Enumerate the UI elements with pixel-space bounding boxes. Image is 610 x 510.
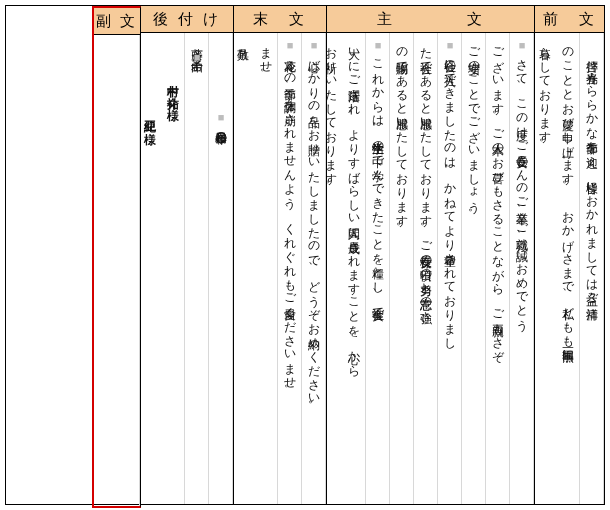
col-shubun-3: ■〇〇会社に入社できましたのは、かねてより希望されておりまし — [438, 33, 462, 504]
header-atozuke: 後 付 け — [141, 6, 233, 33]
col-shubun-1: ございます。ご本人のお喜びもさることながら、ご両親もさぞ — [486, 33, 510, 504]
col-zenbun-0: 拝啓 春光うららかな季節を迎え、皆様におかれましては益々ご清祥 — [580, 33, 604, 504]
section-matsubun: 末 文■心ばかりの品をお贈りいたしましたので、どうぞお納めください。■花冷えの季… — [234, 6, 327, 504]
col-zenbun-1: のこととお慶び申し上げます。 おかげさまで、私どもも一同無事に — [556, 33, 580, 504]
body-matsubun: ■心ばかりの品をお贈りいたしましたので、どうぞお納めください。■花冷えの季節、体… — [234, 33, 326, 504]
body-zenbun: 拝啓 春光うららかな季節を迎え、皆様におかれましては益々ご清祥のこととお慶び申し… — [535, 33, 604, 504]
body-atozuke: ■令和〇年〇月〇日斉藤 由希子■中村 祐介 様 亜紀 様 — [141, 33, 233, 504]
col-atozuke-3: 亜紀 様 — [141, 33, 161, 504]
col-zenbun-2: 暮らしております。 — [535, 33, 556, 504]
section-fukubun: 副 文 — [92, 6, 141, 508]
header-zenbun: 前 文 — [535, 6, 604, 33]
col-shubun-2: ご安堵のことでございましょう。 — [462, 33, 486, 504]
col-atozuke-2: 中村 祐介 様 — [161, 33, 185, 504]
col-shubun-7: 大いにご活躍され、よりすばらしい人間に成長されますことを、心から — [342, 33, 366, 504]
section-shubun: 主 文■さて、この度はご長女〇〇さんのご卒業、ご就職、誠におめでとうございます。… — [327, 6, 535, 504]
col-matsubun-3: 敬具 — [234, 33, 254, 504]
col-atozuke-1: 斉藤 由希子■ — [185, 33, 209, 504]
header-fukubun: 副 文 — [94, 8, 140, 35]
col-atozuke-0: ■令和〇年〇月〇日 — [209, 33, 233, 504]
body-shubun: ■さて、この度はご長女〇〇さんのご卒業、ご就職、誠におめでとうございます。ご本人… — [327, 33, 534, 504]
section-zenbun: 前 文 拝啓 春光うららかな季節を迎え、皆様におかれましては益々ご清祥のこととお… — [535, 6, 604, 504]
section-atozuke: 後 付 け■令和〇年〇月〇日斉藤 由希子■中村 祐介 様 亜紀 様 — [141, 6, 234, 504]
col-shubun-0: ■さて、この度はご長女〇〇さんのご卒業、ご就職、誠におめでとう — [510, 33, 534, 504]
col-shubun-8: お祈りいたしております。 — [327, 33, 342, 504]
letter-frame: 前 文 拝啓 春光うららかな季節を迎え、皆様におかれましては益々ご清祥のこととお… — [5, 5, 605, 505]
col-shubun-4: た会社であると感服いたしております。ご長女様の日頃の努力と意志の強さ — [414, 33, 438, 504]
col-fukubun-0 — [117, 35, 141, 506]
col-matsubun-2: ませ。 — [254, 33, 278, 504]
col-shubun-5: の賜物であると感服いたしております。 — [390, 33, 414, 504]
col-fukubun-1 — [94, 35, 117, 506]
body-fukubun — [94, 35, 140, 506]
header-shubun: 主 文 — [327, 6, 534, 33]
col-shubun-6: ■これからは、学生生活の中で学んできたことを糧とし、実社会で — [366, 33, 390, 504]
col-matsubun-1: ■花冷えの季節、体調を崩されませんよう、くれぐれもご自愛くださいませ。 — [278, 33, 302, 504]
header-matsubun: 末 文 — [234, 6, 326, 33]
col-matsubun-0: ■心ばかりの品をお贈りいたしましたので、どうぞお納めください。 — [302, 33, 326, 504]
